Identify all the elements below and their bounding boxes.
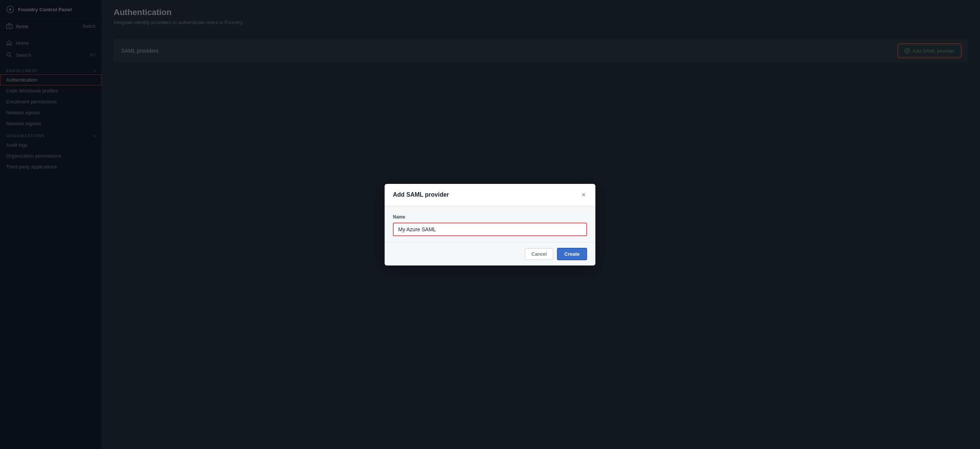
add-saml-modal: Add SAML provider × Name Cancel Create [385,184,595,265]
modal-header: Add SAML provider × [385,184,595,206]
name-field-label: Name [393,214,587,220]
cancel-button[interactable]: Cancel [525,248,553,260]
modal-body: Name [385,206,595,242]
modal-close-button[interactable]: × [580,190,587,199]
modal-overlay: Add SAML provider × Name Cancel Create [102,0,980,449]
modal-title: Add SAML provider [393,191,449,198]
modal-footer: Cancel Create [385,242,595,265]
name-input[interactable] [393,223,587,236]
main-content: Authentication Integrate identity provid… [102,0,980,449]
create-button[interactable]: Create [557,248,587,260]
